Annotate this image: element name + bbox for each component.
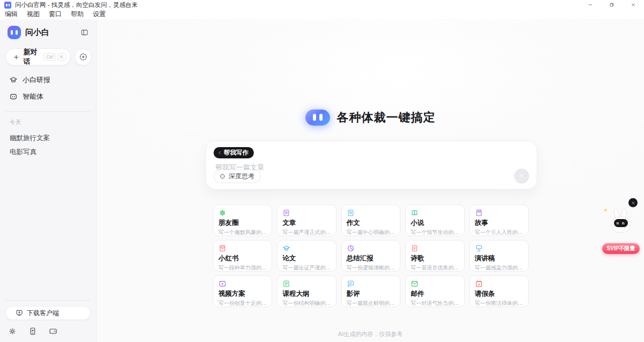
- card-description: 写一篇感染力强的演讲稿: [475, 264, 523, 272]
- new-chat-label: 新对话: [24, 47, 44, 67]
- download-client-button[interactable]: 下载客户端: [5, 306, 91, 320]
- sparkle-icon: ✦: [603, 207, 608, 214]
- deep-think-button[interactable]: 深度思考: [214, 170, 261, 183]
- card-description: 写一篇中心明确的作文: [347, 229, 395, 236]
- menu-item[interactable]: 帮助: [71, 10, 84, 19]
- mobile-app-icon[interactable]: [28, 327, 37, 336]
- doc-icon: [347, 209, 355, 217]
- app-logo-icon: [4, 2, 11, 9]
- history-item[interactable]: 幽默旅行文案: [0, 131, 96, 145]
- card-title: 视频方案: [218, 289, 267, 299]
- sidebar-item-小白研报[interactable]: 小白研报: [0, 71, 96, 88]
- card-description: 写一篇论证严谨的论文: [282, 264, 331, 272]
- card-title: 课程大纲: [282, 289, 331, 299]
- card-title: 请假条: [475, 289, 523, 299]
- template-card-文章[interactable]: 文章写一篇严谨正式的文章: [277, 205, 336, 236]
- card-title: 故事: [475, 219, 523, 228]
- write-mode-label: 帮我写作: [224, 149, 248, 157]
- minimize-button[interactable]: [580, 0, 601, 10]
- card-description: 写一封语气恰当的正式邮件: [411, 300, 459, 307]
- write-mode-badge[interactable]: 帮我写作: [214, 147, 254, 158]
- footer-disclaimer: AI生成的内容，仅供参考: [97, 330, 644, 338]
- card-description: 写一首语言优美的诗歌: [411, 264, 459, 272]
- template-card-演讲稿[interactable]: 演讲稿写一篇感染力强的演讲稿: [470, 240, 529, 272]
- card-description: 写一篇观点鲜明的电影影评: [347, 300, 395, 307]
- cal-check-icon: [475, 280, 483, 288]
- template-card-朋友圈[interactable]: 朋友圈写一个幽默风趣的文案: [213, 205, 272, 236]
- composer[interactable]: 帮我写作 帮我写一篇文章 深度思考: [206, 141, 537, 190]
- book-open-icon: [411, 209, 419, 217]
- close-button[interactable]: [623, 0, 644, 10]
- pie-icon: [347, 244, 355, 252]
- history-item[interactable]: 电影写真: [0, 145, 96, 159]
- menu-item[interactable]: 编辑: [5, 10, 18, 19]
- card-title: 论文: [282, 254, 331, 263]
- flower-icon: [218, 209, 226, 217]
- wallet-card-icon[interactable]: [49, 327, 57, 336]
- brand-name: 问小白: [25, 27, 49, 38]
- card-description: 写一份创意十足的视频方案: [218, 300, 267, 307]
- download-client-label: 下载客户端: [27, 309, 59, 318]
- robot-icon: [9, 92, 18, 101]
- menu-item[interactable]: 设置: [93, 10, 106, 19]
- svip-promo-label[interactable]: SVIP不限量: [602, 243, 640, 254]
- promo-close-icon[interactable]: [628, 198, 638, 207]
- doc-icon: [282, 209, 290, 217]
- composer-footer: 深度思考: [214, 169, 529, 184]
- hero-title: 各种体裁一键搞定: [337, 110, 436, 126]
- maximize-button[interactable]: [601, 0, 623, 10]
- sidebar-footer: [8, 327, 88, 336]
- svip-promo-widget[interactable]: n n ✦ SVIP不限量: [602, 197, 640, 259]
- menu-item[interactable]: 窗口: [49, 10, 62, 19]
- template-card-小红书[interactable]: 小红书写一段种草力强的笔记: [213, 240, 272, 272]
- history-section-label: 今天: [10, 119, 96, 126]
- history-list: 幽默旅行文案电影写真: [0, 131, 96, 159]
- menu-item[interactable]: 视图: [27, 10, 40, 19]
- template-card-诗歌[interactable]: 诗歌写一首语言优美的诗歌: [405, 240, 464, 272]
- template-card-论文[interactable]: 论文写一篇论证严谨的论文: [277, 240, 336, 272]
- sidebar-item-智能体[interactable]: 智能体: [0, 88, 96, 105]
- card-title: 诗歌: [411, 254, 459, 263]
- app-body: 问小白 新对话 CtrlK 小白研报智能体 今天 幽默旅行文案电影写真 下载客户…: [0, 19, 644, 342]
- new-chat-row: 新对话 CtrlK: [5, 48, 92, 66]
- template-card-课程大纲[interactable]: 课程大纲写一份结构明确的知识点大纲: [277, 275, 336, 307]
- plus-icon: [13, 54, 20, 61]
- play-icon: [218, 280, 226, 288]
- menu-bar: 编辑视图窗口帮助设置: [0, 10, 644, 19]
- card-description: 写一篇严谨正式的文章: [282, 229, 331, 236]
- kbd-key: Ctrl: [43, 53, 56, 61]
- title-bar: 问小白官网 - 找灵感，向空白发问，灵感自来: [0, 0, 644, 10]
- send-button[interactable]: [514, 169, 529, 184]
- mail-icon: [411, 280, 419, 288]
- sidebar-collapse-icon[interactable]: [79, 27, 90, 38]
- card-title: 作文: [347, 219, 395, 228]
- download-client-icon: [16, 309, 23, 317]
- book-tab-icon: [475, 209, 483, 217]
- shortcut-keys: CtrlK: [43, 53, 66, 61]
- mascot-icon: [305, 110, 330, 126]
- card-description: 写一份结构明确的知识点大纲: [282, 300, 331, 307]
- journal-icon: [218, 244, 226, 252]
- settings-gear-icon[interactable]: [8, 327, 17, 336]
- podium-icon: [475, 244, 483, 252]
- chip-icon: [219, 173, 226, 180]
- template-card-故事[interactable]: 故事写一个引人入胜的故事: [470, 205, 529, 236]
- deep-think-label: 深度思考: [229, 172, 254, 181]
- list-icon: [282, 280, 290, 288]
- card-title: 文章: [282, 219, 331, 228]
- new-chat-button[interactable]: 新对话 CtrlK: [5, 48, 71, 66]
- template-card-作文[interactable]: 作文写一篇中心明确的作文: [341, 205, 400, 236]
- template-card-请假条[interactable]: 请假条写一份简洁得体的请假条: [470, 275, 529, 307]
- sidebar-header: 问小白: [8, 25, 90, 39]
- template-card-邮件[interactable]: 邮件写一封语气恰当的正式邮件: [405, 275, 464, 307]
- template-card-影评[interactable]: 影评写一篇观点鲜明的电影影评: [341, 275, 400, 307]
- new-agent-button[interactable]: [75, 48, 92, 66]
- card-title: 演讲稿: [475, 254, 523, 263]
- template-card-总结汇报[interactable]: 总结汇报写一份逻辑清晰的总结汇报: [341, 240, 400, 272]
- grad-cap-icon: [282, 244, 290, 252]
- bunny-face: n n: [614, 219, 628, 227]
- card-title: 朋友圈: [218, 219, 267, 228]
- template-card-小说[interactable]: 小说写一个情节生动的小说: [405, 205, 464, 236]
- template-card-视频方案[interactable]: 视频方案写一份创意十足的视频方案: [213, 275, 272, 307]
- sidebar-nav: 小白研报智能体: [0, 71, 96, 105]
